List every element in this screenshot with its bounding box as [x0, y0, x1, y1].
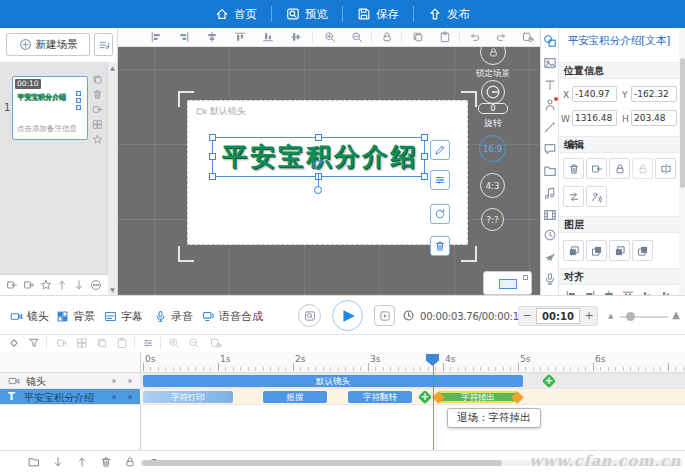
swap-button[interactable]	[563, 186, 584, 207]
delete-element-button[interactable]	[430, 236, 450, 256]
scene-thumbnail[interactable]: 00:10 平安宝积分介绍 点击添加备注信息	[12, 76, 88, 140]
resize-handle-n[interactable]	[315, 134, 322, 141]
align-top-icon[interactable]	[234, 31, 246, 43]
lock-element-button[interactable]	[609, 158, 630, 179]
insert-scene-icon[interactable]	[6, 279, 18, 291]
entrance-animation-bar[interactable]: 字符打印	[143, 391, 233, 403]
speech-bubble-tool-icon[interactable]	[543, 142, 557, 156]
add-camera-button[interactable]: +	[543, 375, 555, 387]
camera-clip-bar[interactable]: 默认镜头	[143, 375, 523, 387]
save-button[interactable]: 保存	[343, 0, 413, 28]
export-scene-icon[interactable]	[92, 104, 103, 115]
resize-handle-w[interactable]	[209, 153, 216, 160]
zoom-out-icon[interactable]	[351, 31, 363, 43]
exit-animation-bar[interactable]: 字符掉出	[438, 391, 518, 403]
move-up-icon[interactable]	[56, 279, 68, 291]
scroll-up-icon[interactable]: ▲	[108, 64, 117, 71]
rotation-dial[interactable]	[481, 80, 505, 104]
undo-icon[interactable]	[469, 31, 481, 43]
h-field[interactable]	[631, 110, 677, 126]
tab-background[interactable]: 背景	[56, 307, 95, 325]
duration-minus-button[interactable]: −	[519, 307, 535, 325]
move-clip-icon[interactable]	[56, 337, 68, 349]
play-from-start-button[interactable]	[374, 305, 395, 326]
camera-track-lane[interactable]: 默认镜头 +	[140, 373, 685, 389]
resize-handle-se[interactable]	[421, 173, 428, 180]
emphasis-animation-bar[interactable]: 字符翻转	[348, 391, 412, 403]
record-tool-icon[interactable]	[543, 272, 557, 286]
aspect-4-3-button[interactable]: 4:3	[480, 173, 505, 198]
scene-scrollbar[interactable]: ▲ ▼	[107, 62, 117, 295]
music-tool-icon[interactable]	[543, 186, 557, 200]
emphasis-animation-bar[interactable]: 摇摆	[263, 391, 327, 403]
keyframe-icon[interactable]	[8, 337, 20, 349]
move-down-icon[interactable]	[73, 279, 85, 291]
track-toggle[interactable]	[112, 379, 116, 383]
timeline-zoom-slider[interactable]: ▲ ▲	[608, 308, 680, 324]
snapshot-icon[interactable]	[210, 337, 222, 349]
scene-note-placeholder[interactable]: 点击添加备注信息	[17, 124, 85, 134]
stage[interactable]: 默认镜头 平安宝积分介绍	[187, 100, 468, 245]
copy-icon[interactable]	[412, 31, 424, 43]
minimap[interactable]	[483, 271, 532, 295]
more-icon[interactable]	[90, 279, 102, 291]
favorite-scene-icon[interactable]	[92, 134, 103, 145]
unlock-element-button[interactable]	[632, 158, 653, 179]
preview-scene-button[interactable]	[298, 304, 321, 327]
export-icon[interactable]	[23, 279, 35, 291]
arrange-clips-icon[interactable]	[76, 337, 88, 349]
video-tool-icon[interactable]	[543, 208, 557, 222]
move-layer-down-icon[interactable]	[52, 456, 64, 468]
add-animation-button[interactable]: +	[419, 391, 431, 403]
track-toggle[interactable]	[128, 395, 132, 399]
duration-field[interactable]	[536, 308, 580, 324]
effects-tool-icon[interactable]	[543, 120, 557, 134]
aspect-custom-button[interactable]: ?:?	[481, 208, 504, 231]
lock-track-icon[interactable]	[124, 456, 136, 468]
duration-plus-button[interactable]: +	[581, 307, 597, 325]
material-library-icon[interactable]	[543, 164, 557, 178]
align-center-h-icon[interactable]	[206, 31, 218, 43]
slider-knob[interactable]	[626, 312, 635, 321]
paste-clip-icon[interactable]	[116, 337, 128, 349]
track-toggle[interactable]	[112, 395, 116, 399]
rotation-anchor[interactable]	[314, 186, 322, 194]
track-settings-icon[interactable]	[142, 337, 154, 349]
group-icon[interactable]	[28, 456, 40, 468]
resize-handle-nw[interactable]	[209, 134, 216, 141]
align-center-v-icon[interactable]	[290, 31, 302, 43]
time-ruler[interactable]: 0s 1s 2s 3s 4s 5s 6s	[0, 352, 685, 373]
send-backward-button[interactable]	[632, 240, 653, 261]
scrollbar-thumb[interactable]	[680, 58, 685, 188]
bring-forward-button[interactable]	[609, 240, 630, 261]
align-bottom-icon[interactable]	[262, 31, 274, 43]
rotation-value-box[interactable]: 0	[478, 103, 508, 114]
filter-icon[interactable]	[28, 337, 40, 349]
move-layer-up-icon[interactable]	[76, 456, 88, 468]
preview-button[interactable]: 预览	[272, 0, 342, 28]
rotate-handle-icon[interactable]	[311, 158, 325, 172]
scene-list-button[interactable]	[94, 33, 113, 56]
new-scene-button[interactable]: 新建场景	[6, 33, 90, 56]
resize-handle-sw[interactable]	[209, 173, 216, 180]
send-to-back-button[interactable]	[586, 240, 607, 261]
align-right-icon[interactable]	[178, 31, 190, 43]
minimap-expand-icon[interactable]	[523, 275, 528, 280]
home-button[interactable]: 首页	[201, 0, 271, 28]
history-icon[interactable]	[522, 31, 534, 43]
scene-template-icon[interactable]	[92, 119, 103, 130]
zoom-in-time-icon[interactable]	[168, 337, 180, 349]
align-left-icon[interactable]	[150, 31, 162, 43]
duplicate-button[interactable]	[586, 158, 607, 179]
tab-tts[interactable]: 语音合成	[202, 307, 263, 325]
track-toggle[interactable]	[128, 379, 132, 383]
zoom-out-icon[interactable]: ▲	[608, 312, 613, 320]
flash-element-icon[interactable]	[543, 250, 557, 264]
voice-role-button[interactable]	[586, 186, 607, 207]
settings-button[interactable]	[430, 170, 450, 190]
lock-icon[interactable]	[381, 31, 393, 43]
flip-button[interactable]	[655, 158, 676, 179]
tab-record[interactable]: 录音	[154, 307, 193, 325]
zoom-in-icon[interactable]: ▲	[672, 309, 680, 320]
resize-handle-ne[interactable]	[421, 134, 428, 141]
